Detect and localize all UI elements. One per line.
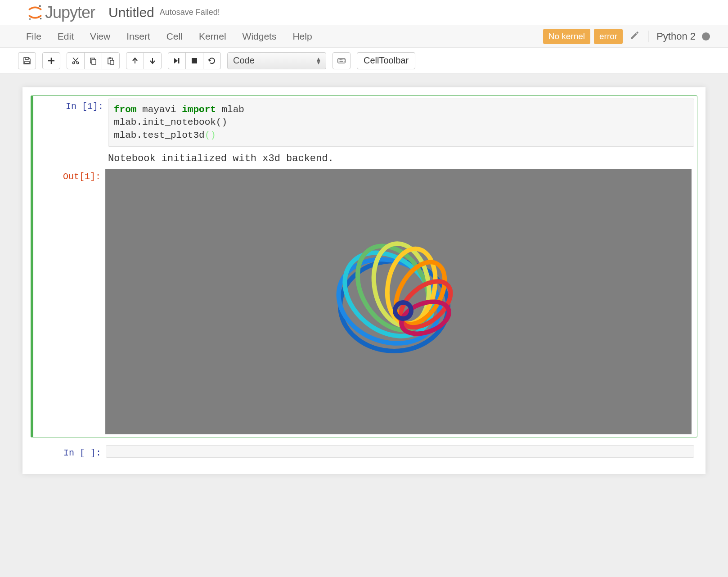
menubar: File Edit View Insert Cell Kernel Widget… [0, 25, 728, 48]
svg-rect-15 [339, 59, 340, 60]
toolbar: Code ▲▼ CellToolbar [0, 48, 728, 74]
menu-cell[interactable]: Cell [158, 25, 191, 48]
cut-button[interactable] [67, 52, 85, 69]
svg-rect-18 [342, 59, 343, 60]
chevron-updown-icon: ▲▼ [316, 57, 321, 64]
kernel-indicator-icon [702, 32, 710, 41]
code-cell[interactable]: In [ ]: [31, 442, 697, 461]
paste-icon [107, 57, 115, 65]
cell-body [106, 445, 694, 458]
scissors-icon [72, 57, 80, 65]
command-palette-button[interactable] [333, 52, 351, 69]
move-group [126, 52, 162, 69]
svg-rect-13 [192, 58, 197, 63]
output-area: Out[1]: [108, 169, 694, 434]
move-down-button[interactable] [144, 52, 162, 69]
code-cell[interactable]: In [1]: from mayavi import mlab mlab.ini… [31, 95, 697, 437]
svg-rect-20 [339, 61, 340, 62]
menu-kernel[interactable]: Kernel [191, 25, 234, 48]
menu-insert[interactable]: Insert [118, 25, 158, 48]
arrow-up-icon [131, 57, 139, 65]
divider [648, 31, 648, 42]
svg-rect-10 [109, 57, 111, 59]
svg-rect-22 [344, 61, 345, 62]
svg-rect-16 [340, 59, 341, 60]
menu-help[interactable]: Help [284, 25, 320, 48]
copy-icon [89, 57, 97, 65]
step-forward-icon [173, 57, 181, 65]
status-error: error [594, 29, 623, 44]
edit-group [67, 52, 120, 69]
svg-rect-19 [344, 59, 345, 60]
pencil-icon[interactable] [626, 31, 643, 41]
copy-button[interactable] [84, 52, 102, 69]
plus-icon [47, 57, 55, 65]
move-up-button[interactable] [126, 52, 144, 69]
menu-file[interactable]: File [18, 25, 49, 48]
svg-point-2 [40, 18, 42, 19]
notebook-container: In [1]: from mayavi import mlab mlab.ini… [22, 87, 706, 474]
svg-rect-8 [92, 59, 96, 64]
plot3d-spiral-icon [309, 221, 489, 383]
notebook-name[interactable]: Untitled [108, 5, 154, 20]
autosave-status: Autosave Failed! [160, 8, 220, 17]
status-nokernel: No kernel [543, 29, 590, 44]
menu-view[interactable]: View [82, 25, 118, 48]
interrupt-button[interactable] [185, 52, 203, 69]
jupyter-logo[interactable]: Jupyter [27, 3, 95, 22]
svg-point-1 [29, 18, 31, 20]
menu-widgets[interactable]: Widgets [234, 25, 285, 48]
cell-body: from mayavi import mlab mlab.init_notebo… [108, 99, 694, 434]
svg-rect-21 [340, 61, 343, 62]
keyboard-icon [337, 57, 346, 65]
input-prompt: In [ ]: [34, 448, 101, 458]
svg-rect-12 [178, 58, 180, 63]
svg-rect-11 [110, 60, 114, 64]
input-prompt: In [1]: [36, 101, 103, 112]
refresh-icon [208, 57, 216, 65]
stop-icon [190, 57, 198, 65]
plot3d-output[interactable] [105, 169, 692, 434]
save-button[interactable] [18, 52, 36, 69]
run-button[interactable] [168, 52, 186, 69]
jupyter-icon [27, 5, 43, 21]
code-input[interactable]: from mayavi import mlab mlab.init_notebo… [108, 99, 694, 147]
cell-type-selected-label: Code [233, 55, 255, 66]
arrow-down-icon [148, 57, 157, 65]
code-input[interactable] [106, 445, 694, 458]
output-prompt: Out[1]: [33, 171, 101, 182]
notebook-header: Jupyter Untitled Autosave Failed! [0, 0, 728, 25]
save-icon [23, 57, 31, 65]
jupyter-logo-text: Jupyter [45, 3, 95, 22]
add-cell-button[interactable] [42, 52, 60, 69]
paste-button[interactable] [102, 52, 120, 69]
menu-edit[interactable]: Edit [49, 25, 82, 48]
cell-type-select[interactable]: Code ▲▼ [227, 52, 326, 69]
kernel-name: Python 2 [654, 31, 698, 42]
stdout-output: Notebook initialized with x3d backend. [108, 147, 694, 169]
svg-rect-17 [342, 59, 342, 60]
svg-point-0 [39, 5, 41, 7]
prompt-column: In [ ]: [34, 445, 106, 458]
run-group [168, 52, 221, 69]
restart-button[interactable] [203, 52, 221, 69]
output-prompt-column: Out[1]: [33, 169, 105, 434]
menubar-right: No kernel error Python 2 [543, 29, 710, 44]
notebook-scroll-area[interactable]: In [1]: from mayavi import mlab mlab.ini… [0, 74, 728, 577]
cell-toolbar-button[interactable]: CellToolbar [357, 52, 415, 69]
